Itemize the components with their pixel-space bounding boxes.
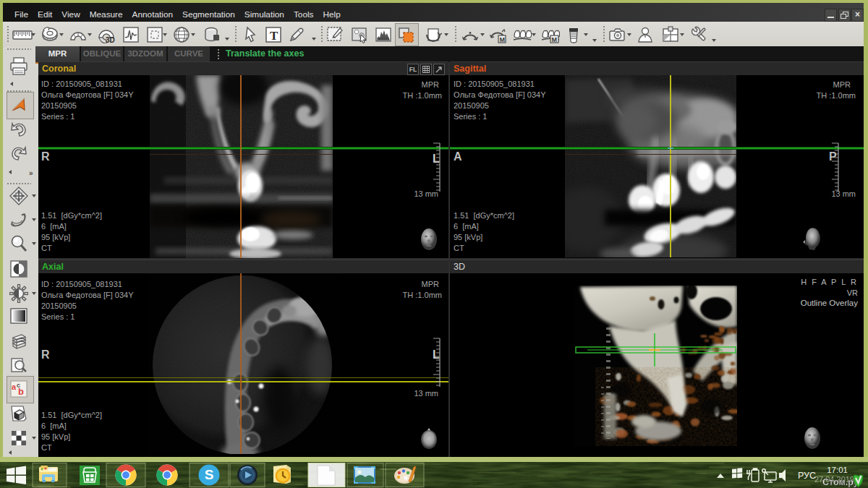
svg-text:b: b bbox=[18, 386, 24, 397]
svg-text:17:01: 17:01 bbox=[827, 466, 848, 474]
svg-text:M: M bbox=[500, 36, 506, 43]
svg-text:S: S bbox=[205, 467, 214, 482]
svg-text:РУС: РУС bbox=[798, 471, 816, 481]
svg-text:M: M bbox=[552, 36, 558, 43]
svg-text:3D: 3D bbox=[106, 36, 115, 43]
svg-text:Стом.ру: Стом.ру bbox=[822, 477, 859, 487]
svg-text:T: T bbox=[270, 29, 278, 43]
svg-text:a: a bbox=[12, 382, 17, 391]
